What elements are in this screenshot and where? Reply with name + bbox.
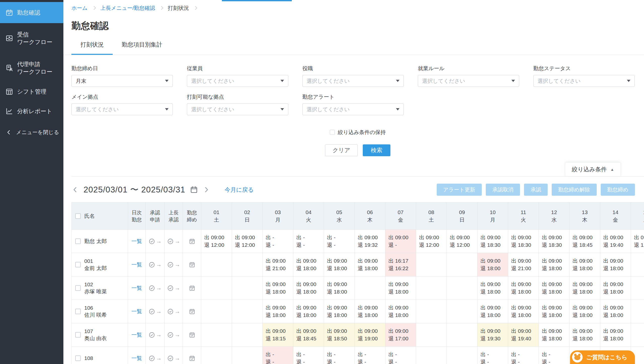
daily-attendance-cell: 一覧 bbox=[128, 253, 146, 276]
closing-release-button[interactable]: 勤怠締め解除 bbox=[552, 184, 597, 196]
daily-attendance-cell: 一覧 bbox=[128, 230, 146, 253]
list-link[interactable]: 一覧 bbox=[132, 332, 142, 338]
back-to-current-month-link[interactable]: 今月に戻る bbox=[225, 186, 254, 194]
calendar-icon[interactable] bbox=[190, 186, 198, 194]
attendance-cell bbox=[416, 276, 447, 300]
breadcrumb-item-1[interactable]: 上長メニュー/勤怠確認 bbox=[100, 5, 155, 12]
stampable-location-select[interactable]: 選択してください bbox=[187, 103, 288, 115]
tab-0[interactable]: 打刻状況 bbox=[71, 41, 113, 55]
flow-column-header-0: 日次勤怠 bbox=[128, 203, 146, 230]
attendance-status-select[interactable]: 選択してください bbox=[533, 75, 635, 87]
employee-name: 108 bbox=[84, 355, 93, 362]
day-column-header: 11火 bbox=[508, 203, 539, 230]
arrow-icon: → bbox=[156, 261, 162, 268]
attendance-cell bbox=[232, 253, 263, 276]
calendar-check-small-icon bbox=[189, 332, 195, 338]
closing-button[interactable]: 勤怠締め bbox=[601, 184, 635, 196]
attendance-cell: 出 09:00退 18:00 bbox=[600, 323, 631, 347]
row-checkbox[interactable] bbox=[75, 238, 81, 244]
daily-attendance-cell: 一覧 bbox=[128, 347, 146, 364]
attendance-cell bbox=[232, 323, 263, 347]
row-checkbox[interactable] bbox=[75, 332, 81, 338]
tab-bar: 打刻状況勤怠項目別集計 bbox=[63, 41, 644, 55]
closing-date-select[interactable]: 月末 bbox=[71, 75, 173, 87]
position-select[interactable]: 選択してください bbox=[302, 75, 404, 87]
sidebar-item-received-workflow[interactable]: 受信ワークフロー bbox=[0, 27, 63, 50]
attendance-cell bbox=[232, 276, 263, 300]
check-circle-icon bbox=[167, 355, 174, 362]
attendance-cell: 出 09:00退 18:00 bbox=[570, 276, 600, 300]
search-button[interactable]: 検索 bbox=[363, 144, 390, 156]
attendance-cell: 出 16:17退 16:22 bbox=[385, 253, 416, 276]
row-checkbox[interactable] bbox=[75, 285, 81, 291]
list-link[interactable]: 一覧 bbox=[132, 238, 142, 244]
approve-button[interactable]: 承認 bbox=[524, 184, 548, 196]
day-column-header: 09日 bbox=[447, 203, 477, 230]
attendance-cell: 出 09:00退 18:00 bbox=[477, 253, 508, 276]
list-link[interactable]: 一覧 bbox=[132, 308, 142, 314]
tab-label: 勤怠項目別集計 bbox=[122, 41, 162, 48]
keep-filter-label: 絞り込み条件の保持 bbox=[338, 129, 386, 136]
prev-period-button[interactable] bbox=[71, 186, 79, 193]
attendance-cell bbox=[416, 347, 447, 364]
row-checkbox[interactable] bbox=[75, 262, 81, 267]
chevron-down-icon bbox=[165, 108, 169, 110]
list-link[interactable]: 一覧 bbox=[132, 355, 142, 361]
sidebar-collapse-button[interactable]: メニューを閉じる bbox=[0, 124, 63, 141]
attendance-cell: 出 09:00退 19:00 bbox=[355, 323, 385, 347]
sidebar-item-proxy-workflow[interactable]: 代理申請ワークフロー bbox=[0, 56, 63, 79]
keep-filter-checkbox[interactable] bbox=[330, 130, 335, 135]
attendance-cell: 出 09:00退 18:00 bbox=[600, 276, 631, 300]
employee-row: 107奥山 由衣一覧→→出 09:00退 18:15出 09:00退 18:45… bbox=[72, 323, 644, 347]
day-column-header: 03月 bbox=[263, 203, 293, 230]
calendar-check-small-icon bbox=[189, 238, 195, 245]
check-circle-icon bbox=[167, 285, 174, 292]
attendance-cell bbox=[631, 276, 644, 300]
attendance-cell bbox=[447, 323, 477, 347]
sidebar-item-attendance-check[interactable]: 勤怠確認 bbox=[0, 2, 63, 23]
employee-select[interactable]: 選択してください bbox=[187, 75, 288, 87]
attendance-cell: 出 09:00退 18:00 bbox=[539, 276, 570, 300]
filter-label: メイン拠点 bbox=[71, 93, 173, 100]
sidebar-nav: 勤怠確認受信ワークフロー代理申請ワークフローシフト管理分析レポートメニューを閉じ… bbox=[0, 2, 63, 141]
clear-button[interactable]: クリア bbox=[325, 144, 358, 156]
work-rule-select[interactable]: 選択してください bbox=[418, 75, 519, 87]
sidebar-item-label: シフト管理 bbox=[17, 88, 47, 95]
tab-label: 打刻状況 bbox=[80, 41, 104, 48]
supervisor-approval-cell: → bbox=[165, 276, 183, 300]
breadcrumb-item-0[interactable]: ホーム bbox=[71, 5, 88, 12]
alert-update-button[interactable]: アラート更新 bbox=[437, 184, 482, 196]
attendance-alert-select[interactable]: 選択してください bbox=[302, 103, 404, 115]
chevron-right-icon bbox=[92, 6, 96, 10]
filter-label: 就業ルール bbox=[418, 65, 519, 72]
closing-status-cell bbox=[183, 276, 201, 300]
approval-request-cell: → bbox=[146, 323, 165, 347]
attendance-cell: 出 09:00退 21:00 bbox=[263, 253, 293, 276]
chevron-right-icon bbox=[193, 6, 197, 10]
row-checkbox[interactable] bbox=[75, 355, 81, 361]
sidebar-item-shift-management[interactable]: シフト管理 bbox=[0, 83, 63, 100]
attendance-cell: 出 09:00退 18:00 bbox=[324, 276, 355, 300]
employee-row: 106佐川 咲希一覧→→出 09:00退 18:00出 09:00退 18:00… bbox=[72, 300, 644, 323]
list-link[interactable]: 一覧 bbox=[132, 285, 142, 291]
attendance-cell: 出 09:00退 12:00 bbox=[416, 230, 447, 253]
supervisor-approval-cell: → bbox=[165, 230, 183, 253]
attendance-cell: 出 09:00退 18:00 bbox=[263, 300, 293, 323]
chevron-down-icon bbox=[280, 80, 284, 82]
filter-field-employee: 従業員選択してください bbox=[187, 65, 288, 87]
attendance-cell: 出 09:00退 18:00 bbox=[293, 253, 324, 276]
row-checkbox[interactable] bbox=[75, 309, 81, 314]
approval-cancel-button[interactable]: 承認取消 bbox=[486, 184, 520, 196]
filter-collapse-button[interactable]: 絞り込み条件 ▲ bbox=[565, 162, 621, 176]
attendance-cell: 出 09:00退 18:00 bbox=[600, 253, 631, 276]
attendance-cell: 出 -退 - bbox=[355, 347, 385, 364]
next-period-button[interactable] bbox=[203, 186, 210, 193]
chat-button[interactable]: ご質問はこちら bbox=[570, 350, 635, 364]
main-location-select[interactable]: 選択してください bbox=[71, 103, 173, 115]
select-all-checkbox[interactable] bbox=[75, 213, 81, 219]
chat-label: ご質問はこちら bbox=[586, 353, 627, 361]
sidebar-item-analytics-report[interactable]: 分析レポート bbox=[0, 103, 63, 120]
tab-1[interactable]: 勤怠項目別集計 bbox=[113, 41, 171, 55]
attendance-cell: 出 09:00退 12:00 bbox=[201, 230, 232, 253]
list-link[interactable]: 一覧 bbox=[132, 262, 142, 267]
